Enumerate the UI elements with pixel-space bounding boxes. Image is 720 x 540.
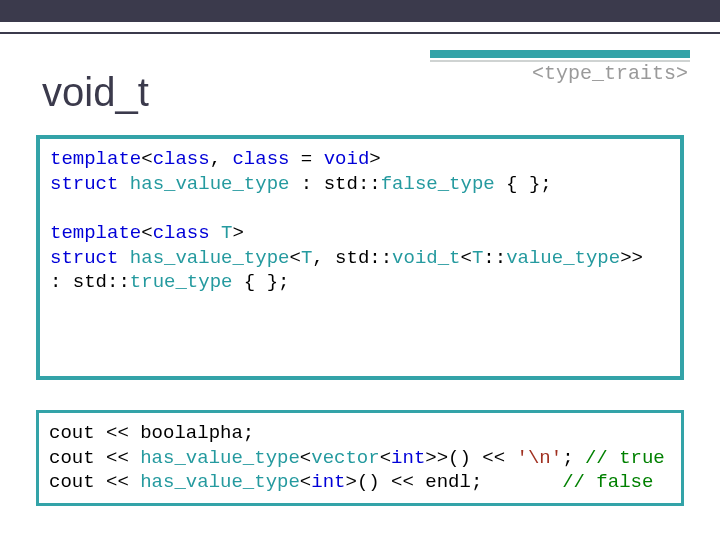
type-vector: vector	[311, 447, 379, 469]
code-block-usage: cout << boolalpha; cout << has_value_typ…	[36, 410, 684, 506]
t: : std::	[50, 271, 130, 293]
slide-top-bar	[0, 0, 720, 22]
kw-void: void	[324, 148, 370, 170]
t	[210, 222, 221, 244]
kw-class: class	[232, 148, 289, 170]
t: >>() <<	[425, 447, 516, 469]
t: <	[141, 222, 152, 244]
type-has-value-type: has_value_type	[130, 173, 290, 195]
type-false-type: false_type	[381, 173, 495, 195]
t: <	[300, 447, 311, 469]
kw-template: template	[50, 222, 141, 244]
code-block-definition: template<class, class = void> struct has…	[36, 135, 684, 380]
t: <	[141, 148, 152, 170]
t: >	[369, 148, 380, 170]
t: ,	[210, 148, 233, 170]
kw-class: class	[153, 148, 210, 170]
slide-title: void_t	[42, 70, 149, 115]
t: <	[289, 247, 300, 269]
t: >>	[620, 247, 643, 269]
type-T: T	[301, 247, 312, 269]
t: cout <<	[49, 471, 140, 493]
kw-struct: struct	[50, 173, 118, 195]
type-value-type: value_type	[506, 247, 620, 269]
t: ::	[483, 247, 506, 269]
t: ;	[562, 447, 585, 469]
type-T: T	[472, 247, 483, 269]
char-literal: '\n'	[517, 447, 563, 469]
t: : std::	[289, 173, 380, 195]
t: <	[300, 471, 311, 493]
line: cout << boolalpha;	[49, 422, 254, 444]
type-void-t: void_t	[392, 247, 460, 269]
type-has-value-type: has_value_type	[140, 471, 300, 493]
t: >() << endl;	[345, 471, 562, 493]
t: >	[232, 222, 243, 244]
t	[118, 247, 129, 269]
header-underline	[430, 50, 690, 58]
kw-class: class	[153, 222, 210, 244]
type-T: T	[221, 222, 232, 244]
comment-false: // false	[562, 471, 653, 493]
kw-int: int	[311, 471, 345, 493]
t	[118, 173, 129, 195]
t: cout <<	[49, 447, 140, 469]
t: , std::	[312, 247, 392, 269]
header-library-label: <type_traits>	[532, 62, 688, 85]
type-true-type: true_type	[130, 271, 233, 293]
t: { };	[495, 173, 552, 195]
comment-true: // true	[585, 447, 665, 469]
kw-template: template	[50, 148, 141, 170]
t: { };	[232, 271, 289, 293]
slide-top-accent	[0, 20, 720, 34]
t: =	[289, 148, 323, 170]
t: <	[461, 247, 472, 269]
type-has-value-type: has_value_type	[140, 447, 300, 469]
kw-struct: struct	[50, 247, 118, 269]
t: <	[380, 447, 391, 469]
type-has-value-type: has_value_type	[130, 247, 290, 269]
kw-int: int	[391, 447, 425, 469]
